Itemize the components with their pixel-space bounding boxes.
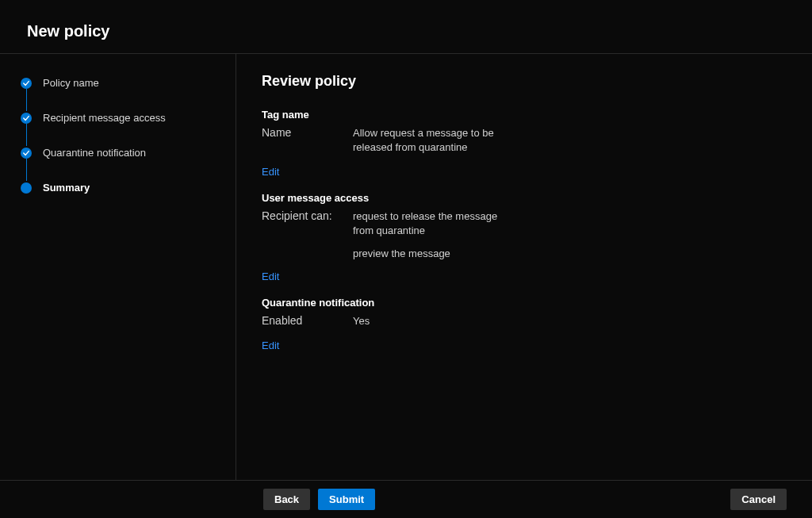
check-icon <box>21 148 32 159</box>
step-label: Summary <box>43 181 90 195</box>
current-step-icon <box>21 182 32 194</box>
field-label-enabled: Enabled <box>262 314 353 327</box>
field-value-recipient-1: request to release the message from quar… <box>353 209 511 238</box>
section-heading-tag: Tag name <box>262 109 787 121</box>
content-wrapper: Policy name Recipient message access Qua… <box>0 54 812 480</box>
field-row-name: Name Allow request a message to be relea… <box>262 126 787 155</box>
back-button[interactable]: Back <box>263 489 310 510</box>
field-value-enabled: Yes <box>353 314 370 328</box>
field-label-recipient: Recipient can: <box>262 209 353 222</box>
step-summary[interactable]: Summary <box>21 181 215 195</box>
edit-link-notification[interactable]: Edit <box>262 340 279 351</box>
section-tag-name: Tag name Name Allow request a message to… <box>262 109 787 189</box>
edit-link-tag[interactable]: Edit <box>262 166 279 178</box>
step-policy-name[interactable]: Policy name <box>21 76 215 90</box>
review-panel: Review policy Tag name Name Allow reques… <box>236 54 812 480</box>
section-heading-access: User message access <box>262 192 787 204</box>
step-quarantine-notification[interactable]: Quarantine notification <box>21 146 215 160</box>
step-connector <box>26 89 27 111</box>
cancel-button[interactable]: Cancel <box>730 489 787 510</box>
check-icon <box>21 113 32 124</box>
panel-header: New policy <box>0 0 812 54</box>
step-label: Policy name <box>43 76 99 90</box>
step-label: Recipient message access <box>43 111 166 125</box>
footer-left-buttons: Back Submit <box>263 489 375 510</box>
footer-right-buttons: Cancel <box>730 489 787 510</box>
step-label: Quarantine notification <box>43 146 146 160</box>
panel-title: New policy <box>27 22 785 40</box>
step-connector <box>26 124 27 146</box>
section-user-message-access: User message access Recipient can: reque… <box>262 192 787 294</box>
step-recipient-message-access[interactable]: Recipient message access <box>21 111 215 125</box>
section-heading-notification: Quarantine notification <box>262 297 787 309</box>
check-icon <box>21 78 32 89</box>
wizard-steps-sidebar: Policy name Recipient message access Qua… <box>0 54 236 480</box>
edit-link-access[interactable]: Edit <box>262 271 279 282</box>
step-connector <box>26 159 27 181</box>
field-value-recipient-2: preview the message <box>353 247 787 259</box>
review-title: Review policy <box>262 73 787 90</box>
wizard-steps-list: Policy name Recipient message access Qua… <box>21 76 215 195</box>
section-quarantine-notification: Quarantine notification Enabled Yes Edit <box>262 297 787 363</box>
wizard-footer: Back Submit Cancel <box>0 480 812 518</box>
field-row-enabled: Enabled Yes <box>262 314 787 328</box>
field-row-recipient: Recipient can: request to release the me… <box>262 209 787 238</box>
submit-button[interactable]: Submit <box>318 489 375 510</box>
field-label-name: Name <box>262 126 353 139</box>
field-value-name: Allow request a message to be released f… <box>353 126 511 155</box>
